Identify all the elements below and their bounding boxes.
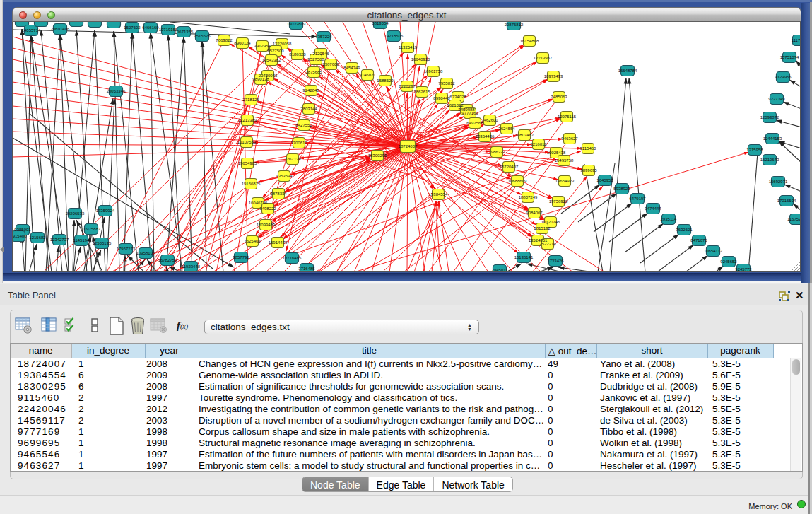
svg-text:1815132: 1815132 xyxy=(534,226,551,230)
svg-text:9146821: 9146821 xyxy=(359,73,376,77)
svg-text:5878334: 5878334 xyxy=(270,192,287,196)
svg-text:16210643: 16210643 xyxy=(760,158,779,162)
svg-text:1353594: 1353594 xyxy=(276,174,293,178)
svg-text:9527508: 9527508 xyxy=(307,57,324,62)
svg-text:1215682: 1215682 xyxy=(29,235,46,240)
svg-text:3267130: 3267130 xyxy=(284,157,301,161)
svg-text:8813054: 8813054 xyxy=(372,22,389,25)
svg-text:8471676: 8471676 xyxy=(690,238,707,243)
svg-text:9115460: 9115460 xyxy=(580,146,597,151)
svg-text:17016504: 17016504 xyxy=(777,199,796,203)
svg-text:7357224: 7357224 xyxy=(315,35,332,39)
svg-text:2120546: 2120546 xyxy=(312,52,329,56)
svg-text:2803144: 2803144 xyxy=(300,107,317,111)
svg-text:2935114: 2935114 xyxy=(661,217,678,221)
svg-text:16961758: 16961758 xyxy=(424,69,443,74)
svg-text:19756928: 19756928 xyxy=(549,199,568,204)
svg-text:6479197: 6479197 xyxy=(629,197,646,201)
svg-text:1527602: 1527602 xyxy=(124,25,141,30)
svg-text:7955812: 7955812 xyxy=(438,81,455,86)
svg-text:10107553: 10107553 xyxy=(237,140,257,144)
svg-text:20876812: 20876812 xyxy=(505,23,524,27)
svg-text:9129966: 9129966 xyxy=(775,75,792,79)
svg-text:9890138: 9890138 xyxy=(252,77,269,81)
svg-text:7485063: 7485063 xyxy=(551,95,567,99)
svg-text:1588520: 1588520 xyxy=(377,78,394,83)
svg-text:12093872: 12093872 xyxy=(760,115,779,119)
svg-text:2522214: 2522214 xyxy=(539,242,556,246)
svg-text:13716485: 13716485 xyxy=(283,256,302,260)
svg-text:11675333: 11675333 xyxy=(787,217,801,221)
svg-text:10975887: 10975887 xyxy=(82,227,101,231)
svg-text:7625402: 7625402 xyxy=(244,239,261,243)
svg-text:16782759: 16782759 xyxy=(158,258,177,262)
svg-text:3915400: 3915400 xyxy=(13,234,27,238)
svg-text:3624554: 3624554 xyxy=(498,127,515,131)
svg-text:9385001: 9385001 xyxy=(14,228,31,232)
svg-text:18807249: 18807249 xyxy=(519,195,538,199)
svg-text:8454749: 8454749 xyxy=(343,66,360,70)
svg-text:7462600: 7462600 xyxy=(481,118,498,122)
svg-text:9857791: 9857791 xyxy=(233,255,249,259)
svg-text:3716485: 3716485 xyxy=(298,267,315,271)
svg-text:6216012: 6216012 xyxy=(530,142,547,146)
svg-text:8186328: 8186328 xyxy=(289,52,306,57)
svg-text:9463627: 9463627 xyxy=(561,136,578,141)
svg-text:1700612: 1700612 xyxy=(290,141,307,145)
svg-text:9899695: 9899695 xyxy=(580,168,597,173)
svg-text:20053346: 20053346 xyxy=(107,89,126,93)
svg-text:19654985: 19654985 xyxy=(238,161,257,165)
svg-text:11923448: 11923448 xyxy=(182,264,201,269)
svg-text:20691406: 20691406 xyxy=(51,27,70,31)
svg-text:3875685: 3875685 xyxy=(305,70,322,74)
svg-text:18724007: 18724007 xyxy=(399,144,418,148)
svg-text:1862615: 1862615 xyxy=(413,90,430,94)
svg-text:20206533: 20206533 xyxy=(66,211,85,216)
svg-text:1215958: 1215958 xyxy=(746,148,763,152)
svg-text:3498222: 3498222 xyxy=(259,206,276,211)
svg-text:16099489: 16099489 xyxy=(257,223,276,227)
svg-text:18300295: 18300295 xyxy=(368,153,387,158)
svg-text:10025438: 10025438 xyxy=(547,151,566,155)
svg-text:10973493: 10973493 xyxy=(544,74,563,78)
svg-text:2718126: 2718126 xyxy=(242,98,259,102)
svg-text:9245773: 9245773 xyxy=(735,267,752,271)
svg-text:17359924: 17359924 xyxy=(96,209,115,213)
svg-text:12444153: 12444153 xyxy=(763,136,782,141)
svg-text:19384554: 19384554 xyxy=(429,192,448,197)
svg-text:12342737: 12342737 xyxy=(50,238,69,242)
svg-text:13654923: 13654923 xyxy=(555,179,575,183)
svg-text:9084067: 9084067 xyxy=(526,211,543,215)
svg-text:7632621: 7632621 xyxy=(676,228,693,232)
svg-text:1145194: 1145194 xyxy=(73,238,90,243)
svg-text:11325419: 11325419 xyxy=(399,45,418,49)
svg-text:2367608: 2367608 xyxy=(322,62,339,66)
svg-text:1640950: 1640950 xyxy=(596,178,613,182)
svg-text:15751074: 15751074 xyxy=(780,55,799,59)
svg-text:10120746: 10120746 xyxy=(541,220,560,224)
svg-text:12975115: 12975115 xyxy=(558,115,577,119)
svg-text:8220237: 8220237 xyxy=(399,84,416,88)
svg-text:10654112: 10654112 xyxy=(704,249,723,253)
svg-text:9242848: 9242848 xyxy=(302,88,319,93)
svg-text:16154808: 16154808 xyxy=(520,39,539,43)
svg-text:10688609: 10688609 xyxy=(508,179,527,183)
svg-text:14055714: 14055714 xyxy=(22,28,41,33)
svg-text:7515526: 7515526 xyxy=(194,34,211,38)
svg-text:8427552: 8427552 xyxy=(295,123,312,127)
svg-text:9777169: 9777169 xyxy=(461,111,478,115)
svg-text:10807487: 10807487 xyxy=(515,133,534,137)
svg-text:1733426: 1733426 xyxy=(547,259,564,263)
svg-text:8990448: 8990448 xyxy=(433,96,450,100)
svg-text:15720407: 15720407 xyxy=(500,165,519,169)
svg-text:13226058: 13226058 xyxy=(273,42,292,46)
svg-text:16046786: 16046786 xyxy=(249,201,268,205)
svg-text:2945011: 2945011 xyxy=(492,268,509,272)
svg-text:12213389: 12213389 xyxy=(238,118,257,122)
svg-text:6466160: 6466160 xyxy=(142,25,159,30)
svg-text:12505135: 12505135 xyxy=(93,241,112,245)
svg-text:19218506: 19218506 xyxy=(384,34,404,38)
svg-text:8960124: 8960124 xyxy=(234,41,251,45)
svg-text:16495758: 16495758 xyxy=(555,158,574,163)
svg-text:16648784: 16648784 xyxy=(618,69,637,73)
